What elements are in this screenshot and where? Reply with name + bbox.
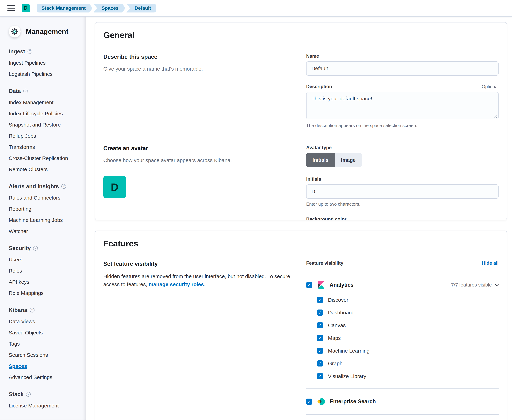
sidebar-item-rollup-jobs[interactable]: Rollup Jobs — [9, 133, 81, 139]
help-icon[interactable]: ? — [23, 89, 28, 93]
section-ingest: Ingest — [9, 48, 25, 55]
feature-visibility-label: Feature visibility — [306, 261, 343, 266]
initials-help: Enter up to two characters. — [306, 202, 499, 207]
avatar-type-button-group: Initials Image — [306, 153, 362, 167]
collapse-analytics-icon[interactable] — [495, 282, 499, 286]
sidebar-item-saved-objects[interactable]: Saved Objects — [9, 330, 81, 336]
name-input[interactable] — [306, 61, 499, 76]
help-icon[interactable]: ? — [30, 308, 35, 313]
help-icon[interactable]: ? — [61, 184, 66, 189]
help-icon[interactable]: ? — [26, 392, 31, 397]
avatar-type-image-button[interactable]: Image — [335, 153, 362, 167]
sidebar-item-users[interactable]: Users — [9, 257, 81, 263]
management-sidebar: Management Ingest ? Ingest Pipelines Log… — [0, 16, 86, 420]
machine-learning-checkbox[interactable] — [317, 348, 323, 354]
create-avatar-heading: Create an avatar — [103, 145, 295, 152]
divider — [306, 389, 499, 389]
sidebar-item-index-lifecycle-policies[interactable]: Index Lifecycle Policies — [9, 111, 81, 117]
describe-space-heading: Describe this space — [103, 53, 295, 60]
sidebar-item-watcher[interactable]: Watcher — [9, 228, 81, 234]
subfeature-canvas: Canvas — [317, 319, 499, 332]
visualize-library-checkbox[interactable] — [317, 373, 323, 379]
feature-group-label[interactable]: Enterprise Search — [330, 398, 376, 405]
sidebar-item-ingest-pipelines[interactable]: Ingest Pipelines — [9, 60, 81, 66]
divider — [306, 272, 499, 272]
help-icon[interactable]: ? — [28, 49, 32, 54]
description-textarea[interactable]: This is your default space! — [306, 92, 499, 119]
create-avatar-hint: Choose how your space avatar appears acr… — [103, 157, 295, 164]
top-header: D Stack Management Spaces Default — [0, 0, 512, 16]
background-color-label: Background color — [306, 217, 499, 220]
sidebar-item-tags[interactable]: Tags — [9, 341, 81, 347]
sidebar-item-role-mappings[interactable]: Role Mappings — [9, 290, 81, 296]
optional-badge: Optional — [482, 84, 499, 90]
analytics-subfeatures: Discover Dashboard Canvas Maps — [317, 293, 499, 382]
features-title: Features — [103, 239, 499, 248]
feature-group-analytics: Analytics 7/7 features visible — [306, 278, 499, 292]
set-feature-visibility-heading: Set feature visibility — [103, 261, 295, 267]
menu-icon[interactable] — [7, 5, 15, 11]
section-alerts-and-insights: Alerts and Insights — [9, 183, 59, 190]
sidebar-item-cross-cluster-replication[interactable]: Cross-Cluster Replication — [9, 155, 81, 161]
enterprise-search-checkbox[interactable] — [306, 398, 312, 405]
sidebar-item-api-keys[interactable]: API keys — [9, 279, 81, 285]
description-help: The description appears on the space sel… — [306, 123, 499, 128]
section-kibana: Kibana — [9, 307, 27, 313]
breadcrumb-stack-management[interactable]: Stack Management — [37, 4, 93, 13]
sidebar-item-transforms[interactable]: Transforms — [9, 144, 81, 150]
breadcrumb: Stack Management Spaces Default — [37, 4, 157, 13]
graph-checkbox[interactable] — [317, 360, 323, 367]
initials-label: Initials — [306, 177, 499, 182]
dashboard-checkbox[interactable] — [317, 309, 323, 316]
discover-checkbox[interactable] — [317, 297, 323, 303]
sidebar-item-reporting[interactable]: Reporting — [9, 206, 81, 212]
hide-all-link[interactable]: Hide all — [482, 261, 499, 266]
subfeature-discover: Discover — [317, 293, 499, 306]
subfeature-maps: Maps — [317, 332, 499, 344]
kibana-analytics-logo-icon — [317, 281, 325, 289]
enterprise-search-logo-icon — [317, 398, 325, 406]
sidebar-item-machine-learning-jobs[interactable]: Machine Learning Jobs — [9, 217, 81, 223]
avatar-type-label: Avatar type — [306, 145, 499, 150]
description-label: Description — [306, 84, 332, 90]
sidebar-item-advanced-settings[interactable]: Advanced Settings — [9, 374, 81, 380]
avatar-type-initials-button[interactable]: Initials — [306, 153, 335, 167]
name-label: Name — [306, 53, 499, 59]
space-avatar-preview: D — [103, 176, 126, 198]
subfeature-visualize-library: Visualize Library — [317, 370, 499, 382]
subfeature-graph: Graph — [317, 357, 499, 370]
subfeature-dashboard: Dashboard — [317, 306, 499, 319]
feature-group-label[interactable]: Analytics — [330, 282, 354, 288]
sidebar-item-data-views[interactable]: Data Views — [9, 319, 81, 324]
analytics-feature-count: 7/7 features visible — [451, 282, 492, 288]
manage-security-roles-link[interactable]: manage security roles — [149, 281, 204, 287]
analytics-checkbox[interactable] — [306, 282, 312, 288]
sidebar-item-logstash-pipelines[interactable]: Logstash Pipelines — [9, 71, 81, 77]
management-gear-icon — [9, 26, 21, 38]
space-avatar-small[interactable]: D — [22, 4, 30, 12]
sidebar-item-remote-clusters[interactable]: Remote Clusters — [9, 166, 81, 172]
breadcrumb-spaces[interactable]: Spaces — [94, 4, 126, 13]
sidebar-title: Management — [26, 28, 68, 36]
feature-group-enterprise-search: Enterprise Search — [306, 395, 499, 408]
main-content: General Describe this space Give your sp… — [86, 16, 512, 420]
general-title: General — [103, 30, 499, 40]
feature-visibility-description: Hidden features are removed from the use… — [103, 272, 295, 288]
maps-checkbox[interactable] — [317, 335, 323, 341]
breadcrumb-default: Default — [127, 4, 156, 13]
sidebar-item-index-management[interactable]: Index Management — [9, 99, 81, 105]
sidebar-item-roles[interactable]: Roles — [9, 268, 81, 274]
subfeature-machine-learning: Machine Learning — [317, 344, 499, 357]
section-security: Security — [9, 245, 31, 251]
section-stack: Stack — [9, 391, 23, 398]
sidebar-item-license-management[interactable]: License Management — [9, 403, 81, 409]
sidebar-item-search-sessions[interactable]: Search Sessions — [9, 352, 81, 358]
canvas-checkbox[interactable] — [317, 322, 323, 328]
sidebar-item-spaces[interactable]: Spaces — [9, 363, 81, 369]
describe-space-hint: Give your space a name that's memorable. — [103, 65, 295, 73]
sidebar-item-rules-and-connectors[interactable]: Rules and Connectors — [9, 195, 81, 201]
help-icon[interactable]: ? — [33, 246, 38, 251]
section-data: Data — [9, 88, 21, 94]
sidebar-item-snapshot-and-restore[interactable]: Snapshot and Restore — [9, 122, 81, 128]
initials-input[interactable] — [306, 184, 499, 199]
